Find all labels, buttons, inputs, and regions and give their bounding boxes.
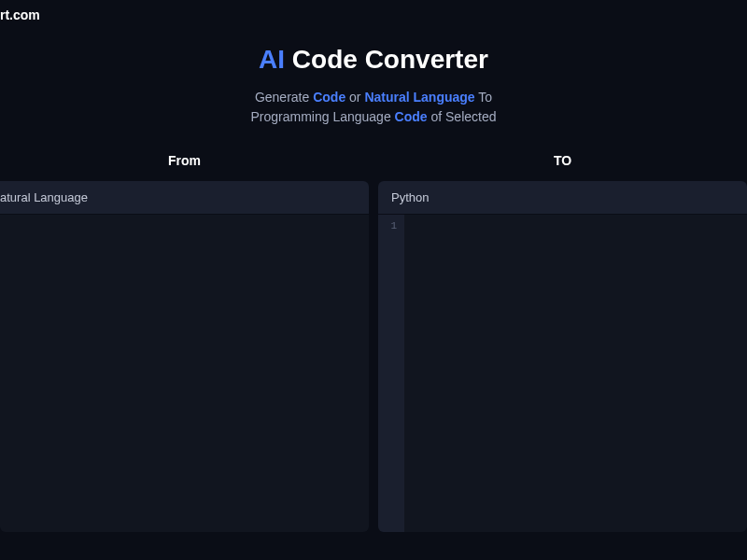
- to-label: TO: [378, 153, 747, 168]
- code-area[interactable]: [404, 215, 747, 532]
- to-panel: TO Python 1: [378, 153, 747, 532]
- title-text: Code Converter: [292, 45, 488, 74]
- converter-panels: From atural Language TO Python 1: [0, 153, 747, 532]
- to-editor[interactable]: 1: [378, 215, 747, 532]
- from-label: From: [0, 153, 369, 168]
- site-logo: rt.com: [0, 7, 40, 22]
- line-number-gutter: 1: [378, 215, 404, 532]
- from-panel: From atural Language: [0, 153, 369, 532]
- to-language-selector[interactable]: Python: [378, 181, 747, 215]
- page-title: AI Code Converter: [0, 45, 747, 75]
- subtitle: Generate Code or Natural Language To Pro…: [0, 88, 747, 127]
- header: AI Code Converter Generate Code or Natur…: [0, 0, 747, 127]
- from-language-selector[interactable]: atural Language: [0, 181, 369, 215]
- from-editor[interactable]: [0, 215, 369, 532]
- title-accent: AI: [259, 45, 285, 74]
